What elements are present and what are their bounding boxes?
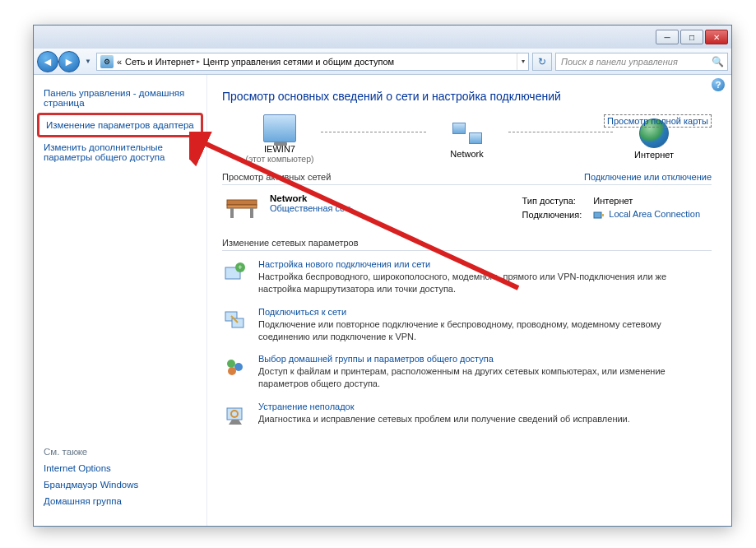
setting-title[interactable]: Настройка нового подключения или сети [258,259,712,269]
troubleshoot-icon [222,402,248,428]
sidebar-adapter-link[interactable]: Изменение параметров адаптера [46,120,194,130]
topo-network: Network [410,119,525,159]
svg-rect-2 [230,208,234,218]
sidebar-firewall-link[interactable]: Брандмауэр Windows [44,480,197,490]
svg-rect-4 [594,212,601,218]
sidebar-advanced-link[interactable]: Изменить дополнительные параметры общего… [44,142,197,162]
setting-desc: Доступ к файлам и принтерам, расположенн… [258,365,712,390]
topo-this-pc: IEWIN7 (этот компьютер) [222,114,337,164]
breadcrumb-seg2[interactable]: Центр управления сетями и общим доступом [203,57,394,67]
homegroup-icon [222,354,248,380]
sidebar-internet-options-link[interactable]: Internet Options [44,463,197,473]
connection-link[interactable]: Local Area Connection [609,209,700,219]
setting-troubleshoot: Устранение неполадок Диагностика и испра… [222,402,712,428]
network-name: Network [270,193,354,203]
window-frame: ─ □ ✕ ◄ ► ▼ ⚙ « Сеть и Интернет▸ Центр у… [33,25,732,527]
connect-disconnect-link[interactable]: Подключение или отключение [584,172,712,182]
svg-rect-3 [250,208,253,218]
address-bar[interactable]: ⚙ « Сеть и Интернет▸ Центр управления се… [96,53,529,71]
refresh-button[interactable]: ↻ [532,53,552,71]
sidebar-homegroup-link[interactable]: Домашняя группа [44,496,197,506]
active-networks-header: Просмотр активных сетей Подключение или … [222,172,712,185]
access-type-value: Интернет [593,195,710,207]
setting-title[interactable]: Выбор домашней группы и параметров общег… [258,354,712,364]
connections-label: Подключения: [522,208,592,221]
setting-desc: Настройка беспроводного, широкополосного… [258,271,712,295]
help-icon[interactable]: ? [712,78,725,91]
setting-desc: Подключение или повторное подключение к … [258,318,712,343]
network-type-link[interactable]: Общественная сеть [270,203,354,213]
svg-rect-5 [601,214,604,216]
setting-new-connection: + Настройка нового подключения или сети … [222,259,712,295]
network-topology: IEWIN7 (этот компьютер) Network Интернет… [222,114,712,164]
access-type-label: Тип доступа: [522,195,592,207]
computer-icon [263,114,296,142]
breadcrumb-prefix: « [117,57,122,67]
search-input[interactable]: Поиск в панели управления 🔍 [555,53,728,71]
settings-header: Изменение сетевых параметров [222,238,712,251]
nic-icon [593,209,605,221]
forward-button[interactable]: ► [58,51,80,72]
new-connection-icon: + [222,259,248,286]
setting-desc: Диагностика и исправление сетевых пробле… [258,413,630,425]
minimize-button[interactable]: ─ [656,30,679,44]
svg-rect-0 [227,200,257,205]
sidebar-home-link[interactable]: Панель управления - домашняя страница [44,88,197,108]
svg-point-12 [227,360,235,368]
settings-list: + Настройка нового подключения или сети … [222,259,712,428]
annotation-highlight: Изменение параметров адаптера [37,113,203,137]
active-network-row: Network Общественная сеть Тип доступа: И… [222,193,712,223]
content-area: ? Панель управления - домашняя страница … [34,75,731,526]
search-icon: 🔍 [712,56,724,67]
sidebar: Панель управления - домашняя страница Из… [34,75,206,526]
connect-network-icon [222,307,248,333]
history-dropdown[interactable]: ▼ [83,58,93,65]
setting-homegroup: Выбор домашней группы и параметров общег… [222,354,712,390]
svg-rect-1 [227,205,257,208]
full-map-link[interactable]: Просмотр полной карты [604,114,712,128]
svg-text:+: + [238,263,242,272]
setting-title[interactable]: Подключиться к сети [258,307,712,317]
titlebar: ─ □ ✕ [34,26,731,49]
back-button[interactable]: ◄ [37,51,58,72]
see-also-heading: См. также [44,447,197,457]
setting-connect-network: Подключиться к сети Подключение или повт… [222,307,712,343]
network-icon [451,119,484,147]
search-placeholder: Поиск в панели управления [561,57,678,67]
breadcrumb-seg1[interactable]: Сеть и Интернет▸ [125,57,200,67]
svg-point-14 [228,367,236,375]
main-panel: Просмотр основных сведений о сети и наст… [206,75,731,526]
navbar: ◄ ► ▼ ⚙ « Сеть и Интернет▸ Центр управле… [34,49,731,75]
setting-title[interactable]: Устранение неполадок [258,402,630,411]
close-button[interactable]: ✕ [705,30,728,44]
main-heading: Просмотр основных сведений о сети и наст… [222,90,712,103]
address-dropdown[interactable]: ▾ [517,53,528,70]
location-icon: ⚙ [100,55,114,68]
bench-icon [222,193,262,223]
svg-rect-10 [232,318,243,327]
maximize-button[interactable]: □ [680,30,703,44]
